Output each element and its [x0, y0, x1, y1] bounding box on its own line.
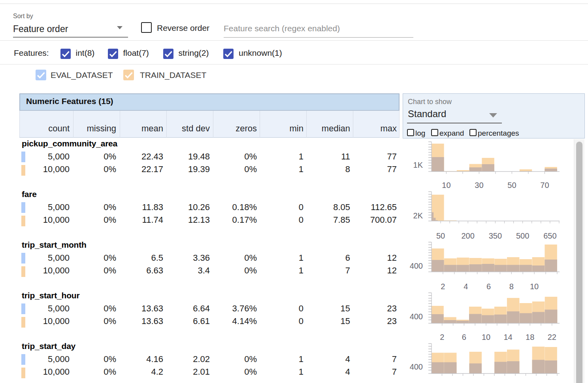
svg-text:8: 8 — [509, 282, 514, 291]
svg-text:500: 500 — [516, 231, 529, 240]
svg-text:22: 22 — [548, 333, 556, 341]
svg-text:50: 50 — [507, 181, 516, 190]
svg-text:30: 30 — [475, 181, 483, 190]
svg-text:650: 650 — [543, 231, 556, 240]
svg-text:10: 10 — [482, 333, 490, 341]
svg-text:14: 14 — [503, 333, 512, 341]
svg-text:350: 350 — [489, 231, 502, 240]
svg-text:10: 10 — [530, 282, 539, 291]
svg-text:2K: 2K — [413, 211, 423, 220]
svg-text:400: 400 — [410, 362, 423, 371]
svg-text:4: 4 — [464, 282, 468, 291]
svg-text:400: 400 — [410, 262, 423, 270]
svg-text:1K: 1K — [413, 161, 423, 169]
svg-text:200: 200 — [462, 231, 475, 240]
svg-text:70: 70 — [540, 181, 549, 190]
svg-text:10: 10 — [442, 181, 450, 190]
svg-text:2: 2 — [441, 282, 445, 291]
svg-text:400: 400 — [410, 312, 423, 321]
svg-text:50: 50 — [436, 231, 445, 240]
svg-text:2: 2 — [440, 333, 444, 341]
svg-text:18: 18 — [526, 333, 534, 341]
svg-text:6: 6 — [486, 282, 491, 291]
svg-text:6: 6 — [462, 333, 466, 341]
